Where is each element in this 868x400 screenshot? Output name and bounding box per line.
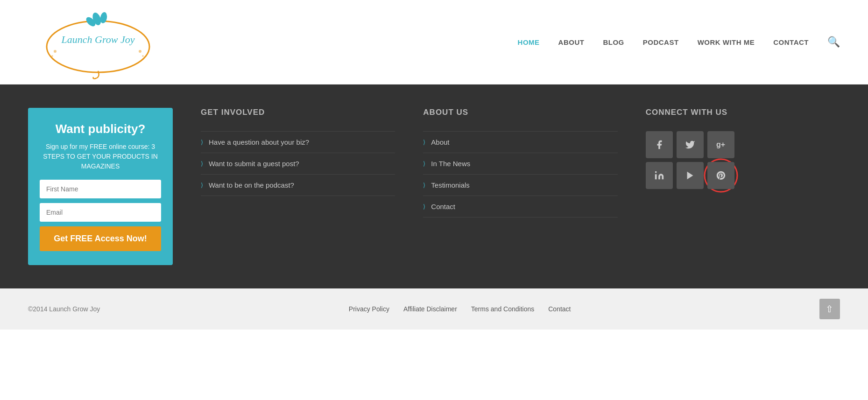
nav-contact[interactable]: CONTACT bbox=[773, 38, 809, 46]
get-involved-link-label-0: Have a question about your biz? bbox=[209, 138, 309, 146]
svg-marker-10 bbox=[687, 172, 693, 180]
svg-point-4 bbox=[54, 50, 56, 53]
get-involved-link-2[interactable]: ⟩ Want to be on the podcast? bbox=[201, 174, 395, 196]
site-logo: Launch Grow Joy bbox=[28, 5, 159, 79]
search-button[interactable]: 🔍 bbox=[827, 36, 840, 48]
about-link-label-1: In The News bbox=[431, 160, 470, 168]
get-involved-link-label-1: Want to submit a guest post? bbox=[209, 160, 299, 168]
svg-point-0 bbox=[47, 21, 149, 72]
nav-podcast[interactable]: PODCAST bbox=[643, 38, 679, 46]
get-involved-section: GET INVOLVED ⟩ Have a question about you… bbox=[201, 108, 395, 196]
social-grid: g+ bbox=[646, 131, 840, 189]
chevron-icon: ⟩ bbox=[423, 160, 425, 167]
terms-conditions-link[interactable]: Terms and Conditions bbox=[471, 305, 534, 313]
svg-point-7 bbox=[142, 55, 144, 57]
about-link-label-3: Contact bbox=[431, 203, 455, 211]
email-input[interactable] bbox=[40, 203, 161, 222]
footer-main: Want publicity? Sign up for my FREE onli… bbox=[0, 84, 868, 288]
about-us-title: ABOUT US bbox=[423, 108, 617, 122]
first-name-input[interactable] bbox=[40, 180, 161, 198]
cta-button[interactable]: Get FREE Access Now! bbox=[40, 226, 161, 251]
logo-area: Launch Grow Joy bbox=[28, 5, 159, 79]
signup-description: Sign up for my FREE online course: 3 STE… bbox=[40, 142, 161, 171]
svg-point-6 bbox=[139, 50, 141, 53]
about-link-label-2: Testimonials bbox=[431, 181, 470, 189]
chevron-icon: ⟩ bbox=[201, 160, 203, 167]
linkedin-button[interactable] bbox=[646, 162, 673, 189]
about-link-3[interactable]: ⟩ Contact bbox=[423, 196, 617, 218]
about-us-section: ABOUT US ⟩ About ⟩ In The News ⟩ Testimo… bbox=[423, 108, 617, 218]
scroll-to-top-button[interactable]: ⇧ bbox=[819, 299, 840, 319]
chevron-icon: ⟩ bbox=[201, 139, 203, 146]
privacy-policy-link[interactable]: Privacy Policy bbox=[349, 305, 389, 313]
signup-heading: Want publicity? bbox=[40, 122, 161, 136]
svg-point-5 bbox=[51, 55, 53, 57]
nav-work-with-me[interactable]: WORK WITH ME bbox=[698, 38, 755, 46]
chevron-icon: ⟩ bbox=[423, 203, 425, 210]
svg-text:Launch Grow Joy: Launch Grow Joy bbox=[61, 34, 135, 45]
affiliate-disclaimer-link[interactable]: Affiliate Disclaimer bbox=[403, 305, 457, 313]
get-involved-link-1[interactable]: ⟩ Want to submit a guest post? bbox=[201, 153, 395, 174]
about-link-0[interactable]: ⟩ About bbox=[423, 131, 617, 153]
footer-bottom: ©2014 Launch Grow Joy Privacy Policy Aff… bbox=[0, 288, 868, 330]
nav-blog[interactable]: BLOG bbox=[603, 38, 624, 46]
about-link-1[interactable]: ⟩ In The News bbox=[423, 153, 617, 174]
get-involved-link-0[interactable]: ⟩ Have a question about your biz? bbox=[201, 131, 395, 153]
connect-section: CONNECT WITH US g+ bbox=[646, 108, 840, 189]
pinterest-button[interactable] bbox=[707, 162, 734, 189]
chevron-icon: ⟩ bbox=[423, 182, 425, 189]
main-nav: HOME ABOUT BLOG PODCAST WORK WITH ME CON… bbox=[518, 36, 840, 48]
chevron-icon: ⟩ bbox=[423, 139, 425, 146]
connect-title: CONNECT WITH US bbox=[646, 108, 840, 122]
footer-bottom-links: Privacy Policy Affiliate Disclaimer Term… bbox=[349, 305, 571, 313]
google-plus-button[interactable]: g+ bbox=[707, 131, 734, 158]
about-link-2[interactable]: ⟩ Testimonials bbox=[423, 174, 617, 196]
site-header: Launch Grow Joy HOME ABOUT BLOG PODCAST … bbox=[0, 0, 868, 84]
chevron-icon: ⟩ bbox=[201, 182, 203, 189]
get-involved-title: GET INVOLVED bbox=[201, 108, 395, 122]
copyright: ©2014 Launch Grow Joy bbox=[28, 305, 100, 313]
nav-about[interactable]: ABOUT bbox=[558, 38, 585, 46]
youtube-button[interactable] bbox=[677, 162, 704, 189]
twitter-button[interactable] bbox=[677, 131, 704, 158]
nav-home[interactable]: HOME bbox=[518, 38, 540, 46]
facebook-button[interactable] bbox=[646, 131, 673, 158]
about-link-label-0: About bbox=[431, 138, 449, 146]
get-involved-link-label-2: Want to be on the podcast? bbox=[209, 181, 294, 189]
signup-box: Want publicity? Sign up for my FREE onli… bbox=[28, 108, 173, 265]
contact-link[interactable]: Contact bbox=[548, 305, 571, 313]
pinterest-wrapper bbox=[707, 162, 734, 189]
svg-point-9 bbox=[655, 171, 656, 173]
